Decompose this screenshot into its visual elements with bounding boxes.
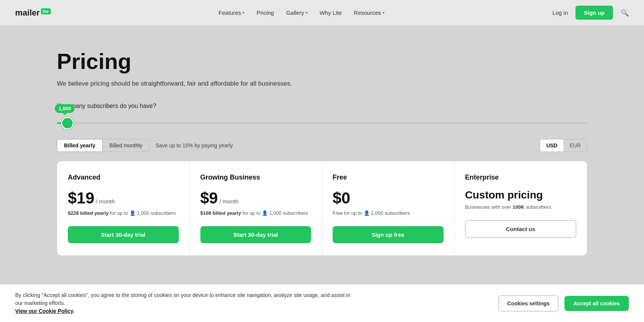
subscriber-slider-section: How many subscribers do you have? 1,000 [57,103,587,125]
billing-save-text: Save up to 15% by paying yearly [156,142,233,148]
plan-billing-note-enterprise: Businesses with over 100K subscribers. [465,203,577,211]
plan-price-row-growing: $9 / month [200,189,311,207]
billing-toggle: Billed yearly Billed monthly [57,139,150,152]
billing-yearly-button[interactable]: Billed yearly [57,139,103,152]
nav-features[interactable]: Features ▾ [219,9,244,16]
plan-price-enterprise: Custom pricing [465,189,543,201]
plan-price-unit-growing: / month [219,198,238,205]
plan-card-free: Free $0 Free for up to 👤 1,000 subscribe… [322,161,455,255]
pricing-cards: Advanced $19 / month $228 billed yearly … [57,161,587,256]
nav-pricing[interactable]: Pricing [256,9,274,16]
plan-price-row-enterprise: Custom pricing [465,189,577,201]
plan-price-advanced: $19 [68,189,94,207]
plan-billing-note-advanced: $228 billed yearly for up to 👤 1,000 sub… [68,209,179,217]
plan-card-advanced: Advanced $19 / month $228 billed yearly … [57,161,190,255]
nav-right: Log in Sign up 🔍 [552,6,629,20]
plan-price-growing: $9 [200,189,218,207]
plan-name-growing: Growing Business [200,174,311,181]
plan-price-row-free: $0 [333,189,444,207]
page-subtitle: We believe pricing should be straightfor… [57,80,587,88]
nav-gallery[interactable]: Gallery ▾ [286,9,308,16]
currency-usd-button[interactable]: USD [540,139,564,152]
plan-cta-enterprise[interactable]: Contact us [465,220,577,238]
plan-billing-note-free: Free for up to 👤 1,000 subscribers [333,209,444,217]
chevron-down-icon: ▾ [306,11,308,15]
plan-card-growing: Growing Business $9 / month $108 billed … [190,161,322,255]
signup-button[interactable]: Sign up [575,6,613,20]
navbar: mailer lite Features ▾ Pricing Gallery ▾… [0,0,644,26]
logo-badge: lite [41,8,51,14]
main-content: Pricing We believe pricing should be str… [0,26,644,271]
chevron-down-icon: ▾ [242,11,244,15]
slider-tooltip: 1,000 [55,104,75,113]
chevron-down-icon: ▾ [383,11,385,15]
plan-name-advanced: Advanced [68,174,179,181]
nav-resources[interactable]: Resources ▾ [354,9,385,16]
plan-billing-note-growing: $108 billed yearly for up to 👤 1,000 sub… [200,209,311,217]
plan-card-enterprise: Enterprise Custom pricing Businesses wit… [455,161,587,255]
billing-monthly-button[interactable]: Billed monthly [103,139,150,152]
plan-cta-free[interactable]: Sign up free [333,226,444,243]
billing-row: Billed yearly Billed monthly Save up to … [57,139,587,152]
slider-container: 1,000 [57,119,587,125]
plan-name-free: Free [333,174,444,181]
currency-toggle: USD EUR [540,139,587,152]
plan-name-enterprise: Enterprise [465,174,577,181]
plan-price-free: $0 [333,189,350,207]
nav-links: Features ▾ Pricing Gallery ▾ Why Lite Re… [219,9,385,16]
currency-eur-button[interactable]: EUR [563,139,587,152]
nav-why-lite[interactable]: Why Lite [320,9,342,16]
logo[interactable]: mailer lite [15,8,51,18]
login-button[interactable]: Log in [552,9,568,16]
search-icon[interactable]: 🔍 [621,9,629,17]
subscriber-slider[interactable] [57,122,587,124]
logo-text: mailer [15,8,40,18]
plan-cta-growing[interactable]: Start 30-day trial [200,226,311,243]
plan-price-unit-advanced: / month [96,198,115,205]
page-title: Pricing [57,48,587,74]
plan-price-row-advanced: $19 / month [68,189,179,207]
slider-label: How many subscribers do you have? [57,103,587,109]
plan-cta-advanced[interactable]: Start 30-day trial [68,226,179,243]
